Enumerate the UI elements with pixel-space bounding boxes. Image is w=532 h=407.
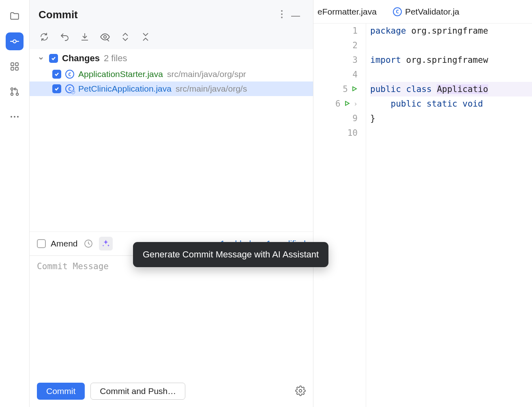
changes-tree: Changes 2 files C ApplicationStarter.jav…	[30, 49, 313, 231]
commit-actions: Commit Commit and Push…	[30, 377, 313, 407]
code-token: public class	[370, 84, 437, 94]
editor: eFormatter.java C PetValidator.ja 1 2 3 …	[313, 0, 532, 407]
tab-label: eFormatter.java	[317, 7, 377, 17]
svg-marker-22	[353, 87, 356, 91]
file-row[interactable]: C ApplicationStarter.java src/main/java/…	[30, 67, 313, 81]
refresh-icon[interactable]	[39, 31, 50, 43]
code-token: org.springframe	[406, 26, 488, 36]
code-area[interactable]: 1 2 3 4 5 6› 9 10 package org.springfram…	[313, 24, 532, 407]
fold-chevron-icon[interactable]: ›	[354, 100, 358, 108]
amend-checkbox[interactable]	[37, 239, 46, 248]
file-checkbox[interactable]	[52, 70, 61, 79]
amend-label: Amend	[51, 239, 78, 248]
svg-point-11	[14, 116, 15, 118]
changes-label: Changes	[62, 53, 100, 64]
commit-and-push-button[interactable]: Commit and Push…	[90, 383, 185, 400]
svg-point-21	[299, 389, 302, 392]
collapse-all-icon[interactable]	[140, 31, 151, 43]
structure-tool-button[interactable]	[6, 58, 24, 75]
svg-point-15	[281, 17, 283, 18]
code-token: }	[370, 114, 375, 123]
rollback-icon[interactable]	[59, 31, 70, 43]
preview-diff-icon[interactable]	[99, 31, 111, 43]
code-token: Applicatio	[437, 84, 488, 94]
file-row[interactable]: C⟳ PetClinicApplication.java src/main/ja…	[30, 81, 313, 96]
svg-point-9	[16, 93, 18, 95]
changes-checkbox[interactable]	[49, 54, 58, 63]
svg-rect-5	[11, 67, 14, 70]
svg-point-8	[11, 93, 13, 95]
svg-point-7	[11, 88, 13, 90]
panel-options-icon[interactable]	[277, 7, 287, 22]
line-number: 3	[345, 55, 358, 65]
commit-tool-button[interactable]	[6, 32, 24, 50]
tool-strip	[0, 0, 30, 407]
svg-rect-6	[15, 67, 18, 70]
tab-label: PetValidator.ja	[405, 7, 459, 17]
line-number: 9	[345, 114, 358, 123]
changes-count: 2 files	[104, 53, 127, 64]
code-lines[interactable]: package org.springframe import org.sprin…	[366, 24, 532, 407]
file-name: ApplicationStarter.java	[78, 69, 163, 79]
commit-toolbar	[30, 28, 313, 49]
line-number: 5	[336, 84, 348, 94]
file-path: src/main/java/org/spr	[167, 69, 246, 79]
pull-requests-tool-button[interactable]	[6, 83, 24, 101]
code-token: package	[370, 26, 406, 36]
java-class-icon: C⟳	[65, 84, 74, 93]
run-gutter-icon[interactable]	[351, 84, 358, 94]
file-path: src/main/java/org/s	[176, 84, 247, 94]
commit-message-input[interactable]: Commit Message	[30, 255, 313, 377]
code-token: public static void	[391, 99, 483, 109]
file-name: PetClinicApplication.java	[78, 84, 172, 94]
commit-panel: Commit Changes 2 files C ApplicationStar…	[30, 0, 313, 407]
ai-generate-button[interactable]	[99, 237, 113, 251]
chevron-down-icon[interactable]	[37, 56, 45, 61]
editor-tabs: eFormatter.java C PetValidator.ja	[313, 0, 532, 24]
minimize-panel-icon[interactable]	[287, 9, 304, 21]
gutter: 1 2 3 4 5 6› 9 10	[313, 24, 366, 407]
file-checkbox[interactable]	[52, 84, 61, 93]
shelve-icon[interactable]	[79, 31, 90, 43]
svg-point-12	[17, 116, 19, 118]
line-number: 10	[345, 128, 358, 138]
more-tools-button[interactable]	[6, 108, 24, 126]
project-tool-button[interactable]	[6, 7, 24, 25]
commit-header: Commit	[30, 0, 313, 28]
line-number: 6	[328, 99, 341, 109]
run-gutter-icon[interactable]	[344, 99, 350, 109]
expand-all-icon[interactable]	[120, 31, 131, 43]
line-number: 4	[345, 70, 358, 79]
line-number: 2	[345, 41, 358, 50]
svg-point-0	[13, 40, 16, 43]
svg-point-18	[104, 36, 107, 39]
line-number: 1	[345, 26, 358, 36]
code-token: import	[370, 55, 401, 65]
editor-tab[interactable]: C PetValidator.ja	[393, 7, 459, 17]
svg-point-14	[281, 13, 283, 15]
java-class-icon: C	[65, 70, 74, 79]
svg-rect-4	[15, 63, 18, 66]
svg-point-10	[11, 116, 12, 118]
editor-tab[interactable]: eFormatter.java	[317, 7, 377, 17]
panel-title: Commit	[39, 9, 277, 21]
java-class-icon: C	[393, 7, 402, 16]
history-icon[interactable]	[83, 238, 94, 249]
changes-node[interactable]: Changes 2 files	[30, 49, 313, 67]
gear-icon[interactable]	[295, 386, 306, 397]
svg-point-13	[281, 10, 283, 12]
svg-marker-23	[345, 101, 349, 105]
tooltip: Generate Commit Message with AI Assistan…	[133, 242, 328, 267]
svg-line-19	[107, 40, 109, 41]
code-token: org.springframew	[401, 55, 488, 65]
svg-rect-3	[11, 63, 14, 66]
commit-button[interactable]: Commit	[37, 383, 85, 400]
